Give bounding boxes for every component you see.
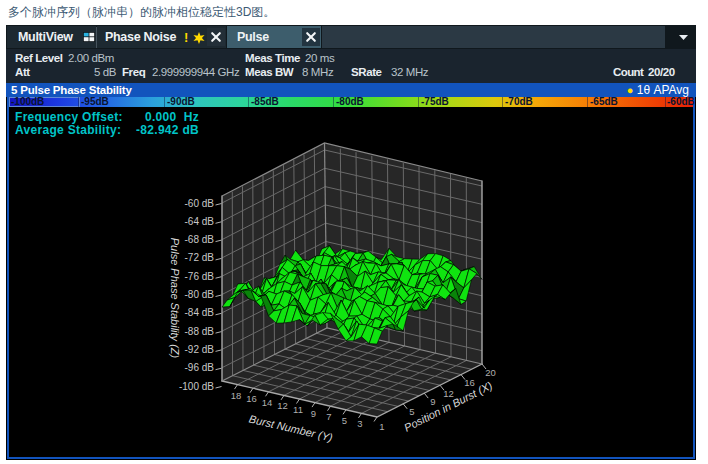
svg-text:9: 9 — [311, 408, 316, 419]
svg-text:9: 9 — [430, 396, 435, 407]
svg-text:Burst Number (Y): Burst Number (Y) — [248, 413, 334, 444]
svg-text:12: 12 — [277, 400, 288, 411]
svg-text:-92 dB: -92 dB — [185, 344, 215, 355]
svg-text:3: 3 — [357, 418, 362, 429]
svg-text:-64 dB: -64 dB — [185, 216, 215, 227]
svg-text:14: 14 — [262, 397, 273, 408]
svg-text:-80 dB: -80 dB — [185, 289, 215, 300]
svg-text:11: 11 — [293, 404, 303, 415]
svg-text:5: 5 — [409, 406, 414, 417]
svg-text:-88 dB: -88 dB — [185, 326, 215, 337]
svg-text:7: 7 — [326, 411, 331, 422]
svg-text:16: 16 — [246, 393, 257, 404]
svg-text:-68 dB: -68 dB — [185, 234, 215, 245]
svg-text:-100 dB: -100 dB — [179, 381, 214, 392]
svg-text:-84 dB: -84 dB — [185, 307, 215, 318]
svg-text:20: 20 — [485, 367, 496, 378]
svg-text:-60 dB: -60 dB — [185, 198, 215, 209]
svg-text:5: 5 — [342, 415, 347, 426]
svg-text:1: 1 — [379, 421, 384, 432]
svg-text:-72 dB: -72 dB — [185, 252, 215, 263]
svg-text:18: 18 — [231, 390, 242, 401]
svg-text:-76 dB: -76 dB — [185, 271, 215, 282]
svg-text:Pulse Phase Stability (Z): Pulse Phase Stability (Z) — [169, 238, 181, 359]
svg-text:-96 dB: -96 dB — [185, 362, 215, 373]
